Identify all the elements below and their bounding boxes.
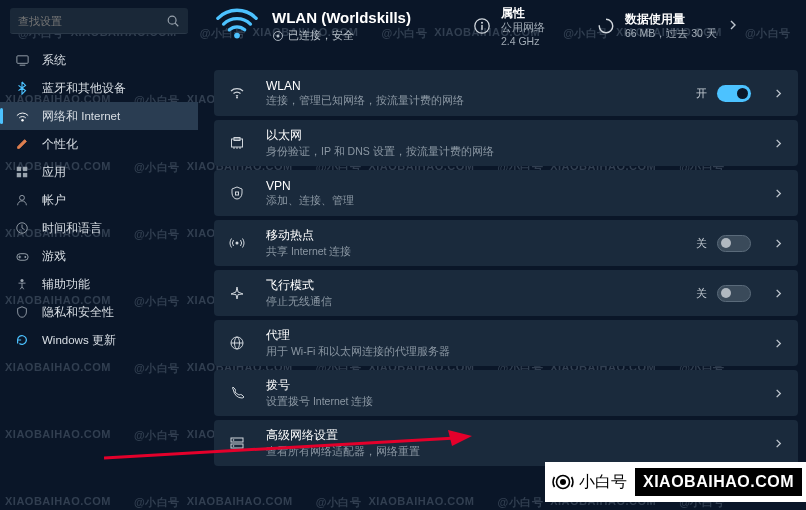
row-subtitle: 连接，管理已知网络，按流量计费的网络 (266, 94, 464, 108)
chevron-right-icon (773, 438, 784, 449)
source-badge: 小白号 XIAOBAIHAO.COM (545, 462, 806, 502)
settings-rows: WLAN连接，管理已知网络，按流量计费的网络开以太网身份验证，IP 和 DNS … (214, 70, 798, 466)
sidebar-item-network[interactable]: 网络和 Internet (0, 102, 198, 130)
sidebar-item-apps[interactable]: 应用 (0, 158, 198, 186)
sidebar-item-label: 辅助功能 (42, 277, 90, 292)
setting-row-proxy[interactable]: 代理用于 Wi-Fi 和以太网连接的代理服务器 (214, 320, 798, 366)
sidebar-item-windows-update[interactable]: Windows 更新 (0, 326, 198, 354)
svg-point-21 (236, 97, 238, 99)
svg-line-1 (175, 23, 178, 26)
accounts-icon (14, 192, 30, 208)
sidebar-item-label: 系统 (42, 53, 66, 68)
svg-point-16 (277, 34, 280, 37)
setting-row-hotspot[interactable]: 移动热点共享 Internet 连接关 (214, 220, 798, 266)
system-icon (14, 52, 30, 68)
row-title: 拨号 (266, 377, 373, 394)
svg-rect-7 (17, 173, 21, 177)
svg-point-20 (599, 19, 613, 33)
sidebar-item-accounts[interactable]: 帐户 (0, 186, 198, 214)
properties-sub2: 2.4 GHz (501, 35, 545, 47)
bluetooth-icon (14, 80, 30, 96)
row-title: 移动热点 (266, 227, 351, 244)
setting-row-wifi[interactable]: WLAN连接，管理已知网络，按流量计费的网络开 (214, 70, 798, 116)
setting-row-ethernet[interactable]: 以太网身份验证，IP 和 DNS 设置，按流量计费的网络 (214, 120, 798, 166)
toggle-switch[interactable] (717, 85, 751, 102)
advanced-icon (228, 434, 246, 452)
main-content: WLAN (Worldskills) 已连接，安全 属性 公用网络 2.4 GH… (198, 0, 806, 510)
row-subtitle: 设置拨号 Internet 连接 (266, 395, 373, 409)
chevron-right-icon (773, 188, 784, 199)
svg-rect-2 (16, 55, 27, 63)
row-title: 以太网 (266, 127, 494, 144)
gaming-icon (14, 248, 30, 264)
airplane-icon (228, 284, 246, 302)
toggle-switch[interactable] (717, 235, 751, 252)
search-container (10, 8, 188, 34)
data-usage-title: 数据使用量 (625, 12, 717, 27)
dialup-icon (228, 384, 246, 402)
vpn-icon (228, 184, 246, 202)
sidebar-item-label: 游戏 (42, 249, 66, 264)
badge-cn: 小白号 (579, 472, 627, 493)
setting-row-vpn[interactable]: VPN添加、连接、管理 (214, 170, 798, 216)
hotspot-icon (228, 234, 246, 252)
data-usage-sub: 66 MB，过去 30 天 (625, 27, 717, 41)
sidebar-item-accessibility[interactable]: 辅助功能 (0, 270, 198, 298)
chevron-right-icon (773, 138, 784, 149)
chevron-right-icon (773, 288, 784, 299)
setting-row-airplane[interactable]: 飞行模式停止无线通信关 (214, 270, 798, 316)
sidebar-item-gaming[interactable]: 游戏 (0, 242, 198, 270)
svg-rect-6 (23, 167, 27, 171)
sidebar-item-label: 蓝牙和其他设备 (42, 81, 126, 96)
windows-update-icon (14, 332, 30, 348)
search-input[interactable] (10, 8, 188, 34)
sidebar-item-privacy[interactable]: 隐私和安全性 (0, 298, 198, 326)
data-usage-tile[interactable]: 数据使用量 66 MB，过去 30 天 (587, 12, 751, 41)
network-status: 已连接，安全 (272, 28, 411, 43)
chevron-right-icon (773, 338, 784, 349)
network-hero: WLAN (Worldskills) 已连接，安全 属性 公用网络 2.4 GH… (214, 0, 798, 52)
setting-row-dialup[interactable]: 拨号设置拨号 Internet 连接 (214, 370, 798, 416)
svg-rect-8 (23, 173, 27, 177)
setting-row-advanced[interactable]: 高级网络设置查看所有网络适配器，网络重置 (214, 420, 798, 466)
wifi-icon (228, 84, 246, 102)
svg-point-13 (20, 279, 23, 282)
svg-rect-5 (17, 167, 21, 171)
sidebar-item-bluetooth[interactable]: 蓝牙和其他设备 (0, 74, 198, 102)
properties-tile[interactable]: 属性 公用网络 2.4 GHz (463, 6, 555, 47)
sidebar-item-time-language[interactable]: 时间和语言 (0, 214, 198, 242)
personalization-icon (14, 136, 30, 152)
svg-point-28 (236, 242, 239, 245)
sidebar-item-label: 网络和 Internet (42, 109, 120, 124)
row-title: 代理 (266, 327, 450, 344)
row-subtitle: 共享 Internet 连接 (266, 245, 351, 259)
svg-point-18 (481, 22, 483, 24)
svg-point-38 (560, 479, 566, 485)
toggle-label: 开 (696, 86, 707, 101)
svg-point-35 (233, 445, 235, 447)
svg-point-0 (168, 16, 176, 24)
properties-sub1: 公用网络 (501, 21, 545, 35)
sidebar-item-label: 应用 (42, 165, 66, 180)
sidebar-item-label: 隐私和安全性 (42, 305, 114, 320)
row-subtitle: 停止无线通信 (266, 295, 332, 309)
svg-point-34 (233, 439, 235, 441)
row-subtitle: 身份验证，IP 和 DNS 设置，按流量计费的网络 (266, 145, 494, 159)
chevron-right-icon (727, 19, 741, 33)
sidebar-item-personalization[interactable]: 个性化 (0, 130, 198, 158)
toggle-label: 关 (696, 236, 707, 251)
svg-rect-19 (481, 25, 482, 30)
properties-title: 属性 (501, 6, 545, 21)
chevron-right-icon (773, 88, 784, 99)
sidebar-item-label: 个性化 (42, 137, 78, 152)
row-subtitle: 查看所有网络适配器，网络重置 (266, 445, 420, 459)
sidebar-item-label: Windows 更新 (42, 333, 116, 348)
row-title: 高级网络设置 (266, 427, 420, 444)
proxy-icon (228, 334, 246, 352)
sidebar-item-system[interactable]: 系统 (0, 46, 198, 74)
data-usage-icon (597, 17, 615, 35)
row-title: WLAN (266, 79, 464, 93)
privacy-icon (14, 304, 30, 320)
toggle-switch[interactable] (717, 285, 751, 302)
wifi-large-icon (214, 3, 260, 49)
